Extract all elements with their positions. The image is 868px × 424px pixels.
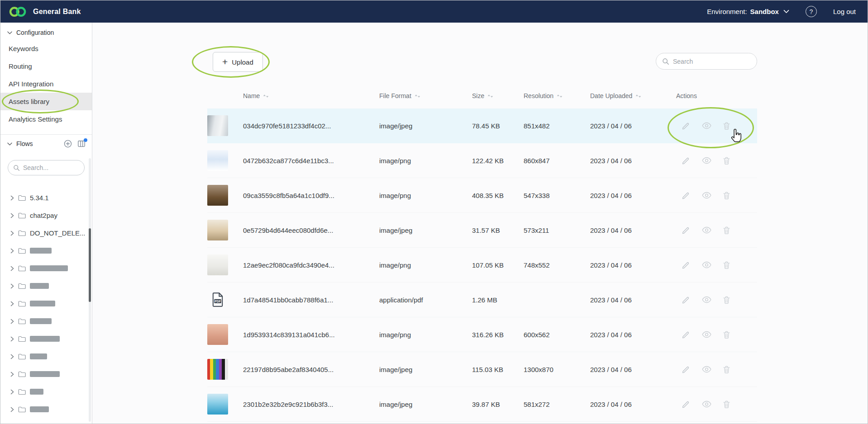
asset-size: 316.26 KB <box>472 331 524 339</box>
table-row[interactable]: 2301b2e32b2e9c921b6b3f3...image/jpeg39.8… <box>207 387 757 422</box>
tree-item-redacted[interactable] <box>0 312 92 330</box>
column-header-name[interactable]: Name <box>243 92 379 99</box>
configuration-items: KeywordsRoutingAPI IntegrationAssets lib… <box>0 40 92 128</box>
tree-item-do-not-dele[interactable]: DO_NOT_DELE... <box>0 224 92 242</box>
sidebar-item-analytics-settings[interactable]: Analytics Settings <box>0 110 92 128</box>
delete-icon[interactable] <box>723 261 730 269</box>
configuration-section-header[interactable]: Configuration <box>0 25 92 40</box>
edit-icon[interactable] <box>682 400 690 409</box>
chevron-right-icon <box>10 213 14 218</box>
column-header-size[interactable]: Size <box>472 92 524 99</box>
table-row[interactable]: 0e5729b4d644eec080dfd6e...image/jpeg31.5… <box>207 213 757 248</box>
chevron-right-icon <box>10 354 14 359</box>
view-icon[interactable] <box>702 400 711 408</box>
sidebar-item-routing[interactable]: Routing <box>0 57 92 75</box>
search-icon <box>13 165 20 171</box>
column-header-resolution[interactable]: Resolution <box>524 92 590 99</box>
table-row[interactable]: 09ca3559c8fb5a64a1c10df9...image/png408.… <box>207 178 757 213</box>
table-row[interactable]: 12ae9ec2f080ca9fdc3490e4...image/png107.… <box>207 248 757 283</box>
logout-button[interactable]: Log out <box>833 8 856 15</box>
view-icon[interactable] <box>702 192 711 199</box>
sort-arrows-icon <box>263 94 269 98</box>
column-header-date-uploaded[interactable]: Date Uploaded <box>590 92 676 99</box>
chevron-right-icon <box>10 372 14 377</box>
thumbnail-cell <box>207 254 243 275</box>
edit-icon[interactable] <box>682 365 690 374</box>
tree-item-redacted[interactable] <box>0 365 92 383</box>
tree-item-redacted[interactable] <box>0 400 92 418</box>
tree-item-redacted[interactable] <box>0 295 92 312</box>
delete-icon[interactable] <box>723 122 730 130</box>
tree-item-5-34-1[interactable]: 5.34.1 <box>0 189 92 207</box>
edit-icon[interactable] <box>682 156 690 165</box>
delete-icon[interactable] <box>723 400 730 408</box>
asset-resolution: 600x562 <box>524 331 590 339</box>
help-button[interactable]: ? <box>806 6 817 17</box>
flows-board-button[interactable] <box>77 140 86 148</box>
view-icon[interactable] <box>702 157 711 164</box>
tree-item-redacted[interactable] <box>0 242 92 259</box>
view-icon[interactable] <box>702 261 711 269</box>
edit-icon[interactable] <box>682 296 690 304</box>
delete-icon[interactable] <box>723 157 730 165</box>
asset-size: 78.45 KB <box>472 122 524 130</box>
tree-item-redacted[interactable] <box>0 348 92 365</box>
view-icon[interactable] <box>702 331 711 338</box>
view-icon[interactable] <box>702 366 711 373</box>
asset-date: 2023 / 04 / 06 <box>590 400 676 408</box>
sidebar-item-assets-library[interactable]: Assets library <box>0 93 92 110</box>
asset-date: 2023 / 04 / 06 <box>590 331 676 339</box>
chevron-down-icon <box>7 31 12 34</box>
column-header-file-format[interactable]: File Format <box>379 92 472 99</box>
flows-section-header[interactable]: Flows <box>0 135 92 153</box>
asset-resolution: 851x482 <box>524 122 590 130</box>
sort-arrows-icon <box>557 94 563 98</box>
delete-icon[interactable] <box>723 296 730 304</box>
view-icon[interactable] <box>702 122 711 129</box>
asset-name: 0472b632ca877c6d4e11bc3... <box>243 157 379 165</box>
environment-selector[interactable]: Environment: Sandbox <box>707 8 789 15</box>
tree-item-redacted[interactable] <box>0 330 92 348</box>
edit-icon[interactable] <box>682 226 690 235</box>
edit-icon[interactable] <box>682 122 690 130</box>
table-row[interactable]: 0472b632ca877c6d4e11bc3...image/png122.4… <box>207 143 757 178</box>
add-flow-button[interactable] <box>64 140 72 148</box>
asset-thumbnail <box>207 254 228 275</box>
redacted-label <box>30 248 52 254</box>
edit-icon[interactable] <box>682 191 690 200</box>
edit-icon[interactable] <box>682 261 690 269</box>
delete-icon[interactable] <box>723 192 730 199</box>
view-icon[interactable] <box>702 296 711 303</box>
upload-button[interactable]: + Upload <box>213 52 263 72</box>
delete-icon[interactable] <box>723 331 730 339</box>
folder-icon <box>18 195 26 201</box>
table-row[interactable]: 1d9539314c839131a041cb6...image/png316.2… <box>207 317 757 352</box>
asset-resolution: 860x847 <box>524 157 590 165</box>
chevron-right-icon <box>10 407 14 412</box>
sidebar-item-api-integration[interactable]: API Integration <box>0 75 92 93</box>
tree-item-redacted[interactable] <box>0 259 92 277</box>
assets-search-input[interactable] <box>673 58 751 65</box>
edit-icon[interactable] <box>682 330 690 339</box>
delete-icon[interactable] <box>723 226 730 234</box>
asset-format: image/png <box>379 331 472 339</box>
chevron-right-icon <box>10 248 14 254</box>
tree-item-redacted[interactable] <box>0 277 92 295</box>
table-row[interactable]: PDF1d7a48541bb0cabb788f6a1...application… <box>207 283 757 317</box>
search-icon <box>662 58 669 65</box>
flows-search-input[interactable] <box>23 164 79 171</box>
asset-name: 09ca3559c8fb5a64a1c10df9... <box>243 192 379 199</box>
row-actions <box>676 191 757 200</box>
redacted-label <box>30 353 47 359</box>
sidebar-scrollbar[interactable] <box>89 228 91 302</box>
table-row[interactable]: 034dc970fe5181233df4c02...image/jpeg78.4… <box>207 108 757 143</box>
table-row[interactable]: 22197d8b95abe2af8340405...image/jpeg115.… <box>207 352 757 387</box>
view-icon[interactable] <box>702 226 711 234</box>
row-actions <box>676 156 757 165</box>
delete-icon[interactable] <box>723 366 730 373</box>
asset-format: image/png <box>379 192 472 199</box>
asset-name: 12ae9ec2f080ca9fdc3490e4... <box>243 261 379 269</box>
tree-item-redacted[interactable] <box>0 383 92 400</box>
tree-item-chat2pay[interactable]: chat2pay <box>0 207 92 224</box>
sidebar-item-keywords[interactable]: Keywords <box>0 40 92 57</box>
